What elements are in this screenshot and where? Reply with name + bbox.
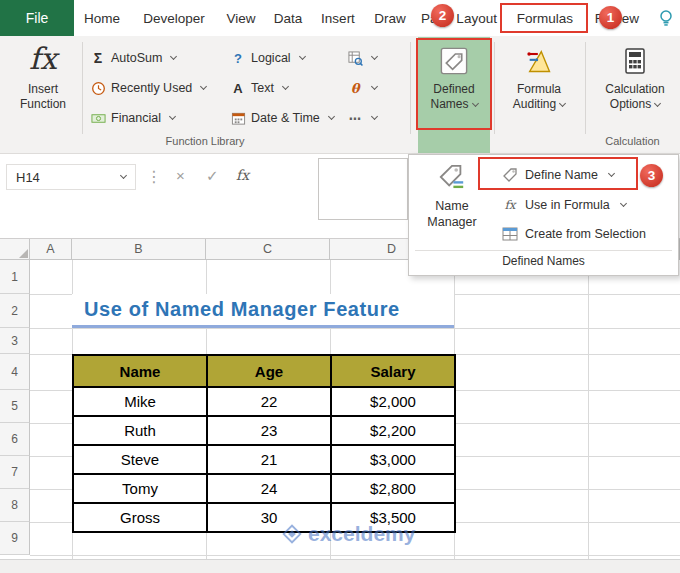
- menu-item-use-in-formula[interactable]: fx Use in Formula: [493, 191, 675, 218]
- cell-b9[interactable]: Gross: [73, 503, 207, 532]
- name-manager-label-line2: Manager: [427, 215, 476, 229]
- cell-c6[interactable]: 23: [207, 416, 331, 445]
- theta-icon: θ: [347, 81, 363, 96]
- chevron-down-icon: [654, 100, 661, 107]
- formula-auditing-label-line1: Formula: [517, 82, 561, 96]
- recently-used-button[interactable]: Recently Used: [90, 77, 206, 99]
- cancel-icon[interactable]: ×: [176, 167, 185, 184]
- table-header-salary[interactable]: Salary: [331, 355, 455, 387]
- table-row: Mike 22 $2,000: [73, 387, 455, 416]
- name-box[interactable]: H14: [6, 164, 136, 190]
- chevron-down-icon: [328, 113, 335, 120]
- clock-icon: [90, 81, 106, 96]
- cell-c7[interactable]: 21: [207, 445, 331, 474]
- row-header-7[interactable]: 7: [0, 456, 30, 489]
- row-header-4[interactable]: 4: [0, 354, 30, 390]
- chevron-down-icon: [471, 100, 478, 107]
- chevron-down-icon: [608, 169, 615, 176]
- row-header-3[interactable]: 3: [0, 328, 30, 354]
- logical-button[interactable]: ? Logical: [230, 47, 305, 69]
- tab-view[interactable]: View: [218, 0, 264, 36]
- more-functions-button[interactable]: ⋯: [347, 107, 377, 129]
- select-all-triangle-icon: [19, 249, 28, 258]
- calculator-icon: [623, 46, 647, 76]
- row-header-1[interactable]: 1: [0, 260, 30, 294]
- title-cell[interactable]: Use of Named Manager Feature: [72, 294, 454, 325]
- column-header-c[interactable]: C: [206, 239, 330, 259]
- cell-d6[interactable]: $2,200: [331, 416, 455, 445]
- insert-function-button[interactable]: fx Insert Function: [8, 40, 78, 148]
- insert-function-fx-icon[interactable]: fx: [236, 167, 249, 183]
- annotation-badge-1: 1: [599, 6, 622, 29]
- name-manager-button[interactable]: Name Manager: [413, 158, 491, 248]
- defined-names-label-line2: Names: [430, 97, 468, 111]
- calculation-group-label: Calculation: [585, 135, 680, 147]
- math-trig-button[interactable]: θ: [347, 77, 377, 99]
- autosum-button[interactable]: Σ AutoSum: [90, 47, 176, 69]
- tab-formulas[interactable]: Formulas: [502, 0, 588, 36]
- row-header-5[interactable]: 5: [0, 390, 30, 423]
- name-box-value: H14: [16, 170, 40, 185]
- tab-insert[interactable]: Insert: [312, 0, 364, 36]
- insert-function-label: Insert Function: [8, 82, 78, 112]
- formula-auditing-button[interactable]: Formula Auditing: [500, 37, 578, 153]
- name-box-dropdown-icon[interactable]: [120, 172, 127, 179]
- enter-check-icon[interactable]: ✓: [206, 167, 219, 185]
- select-all-corner[interactable]: [0, 239, 30, 259]
- row-header-8[interactable]: 8: [0, 489, 30, 522]
- cell-b6[interactable]: Ruth: [73, 416, 207, 445]
- cell-d8[interactable]: $2,800: [331, 474, 455, 503]
- date-time-button[interactable]: Date & Time: [230, 107, 334, 129]
- column-header-a[interactable]: A: [30, 239, 72, 259]
- cell-c5[interactable]: 22: [207, 387, 331, 416]
- column-header-b[interactable]: B: [72, 239, 206, 259]
- defined-names-label-line1: Defined: [433, 82, 474, 96]
- question-mark-icon: ?: [230, 51, 246, 66]
- letter-a-icon: A: [230, 81, 246, 96]
- lightbulb-icon[interactable]: [658, 9, 674, 30]
- table-header-age[interactable]: Age: [207, 355, 331, 387]
- title-underline: [72, 325, 454, 328]
- defined-names-flyout: Name Manager Define Name fx Use in Formu…: [408, 154, 679, 276]
- tab-data[interactable]: Data: [264, 0, 312, 36]
- row-headers: 1 2 3 4 5 6 7 8 9: [0, 260, 30, 555]
- cell-d5[interactable]: $2,000: [331, 387, 455, 416]
- menu-item-create-from-selection[interactable]: Create from Selection: [493, 220, 675, 247]
- table-header-name[interactable]: Name: [73, 355, 207, 387]
- row-header-9[interactable]: 9: [0, 522, 30, 555]
- tab-developer[interactable]: Developer: [130, 0, 218, 36]
- lookup-reference-button[interactable]: [347, 47, 377, 69]
- logical-label: Logical: [251, 51, 291, 65]
- text-button[interactable]: A Text: [230, 77, 288, 99]
- cell-b7[interactable]: Steve: [73, 445, 207, 474]
- define-name-label: Define Name: [525, 168, 598, 182]
- cell-b8[interactable]: Tomy: [73, 474, 207, 503]
- group-separator: [585, 42, 586, 134]
- use-in-formula-label: Use in Formula: [525, 198, 610, 212]
- annotation-badge-2: 2: [431, 4, 454, 27]
- formula-auditing-icon: [524, 46, 554, 76]
- tab-page-layout[interactable]: Page Layout: [416, 0, 502, 36]
- cell-b5[interactable]: Mike: [73, 387, 207, 416]
- formula-input[interactable]: [318, 158, 408, 220]
- defined-names-button[interactable]: Defined Names: [418, 37, 490, 153]
- ribbon-tab-bar: File Home Developer View Data Insert Dra…: [0, 0, 680, 36]
- cell-c8[interactable]: 24: [207, 474, 331, 503]
- financial-button[interactable]: Financial: [90, 107, 175, 129]
- tab-file[interactable]: File: [0, 0, 74, 36]
- defined-names-tag-icon: [440, 46, 468, 76]
- fx-icon: fx: [502, 198, 518, 212]
- defined-names-group-label: Defined Names: [409, 254, 678, 268]
- text-label: Text: [251, 81, 274, 95]
- formula-auditing-label-line2: Auditing: [513, 97, 556, 111]
- annotation-badge-3: 3: [640, 164, 663, 187]
- chevron-down-icon: [169, 113, 176, 120]
- horizontal-scrollbar[interactable]: [0, 559, 680, 573]
- cell-d7[interactable]: $3,000: [331, 445, 455, 474]
- tab-draw[interactable]: Draw: [364, 0, 416, 36]
- chevron-down-icon: [200, 83, 207, 90]
- row-header-2[interactable]: 2: [0, 294, 30, 328]
- name-manager-label-line1: Name: [435, 199, 468, 213]
- tab-home[interactable]: Home: [74, 0, 130, 36]
- row-header-6[interactable]: 6: [0, 423, 30, 456]
